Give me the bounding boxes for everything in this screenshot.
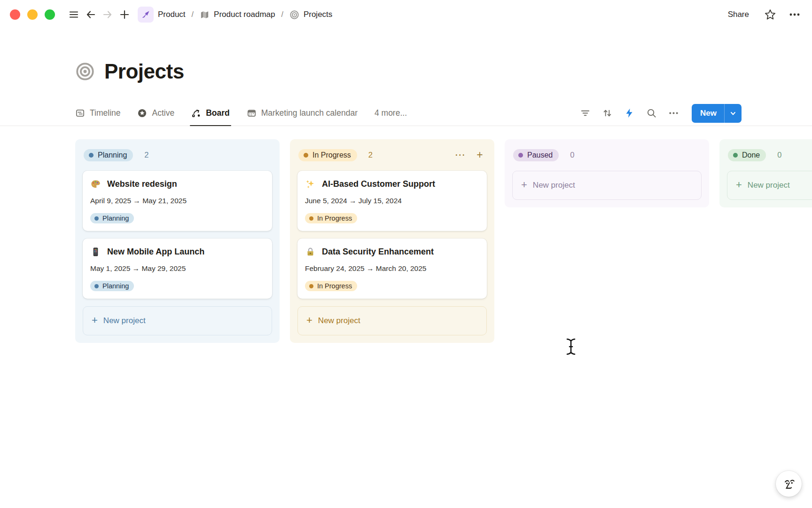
tab-timeline[interactable]: Timeline xyxy=(75,101,120,126)
mobile-phone-icon xyxy=(90,246,101,257)
sparkles-icon xyxy=(305,179,316,190)
breadcrumb-label: Product roadmap xyxy=(214,10,275,19)
project-card-new-mobile-app-launch[interactable]: New Mobile App Launch May 1, 2025 → May … xyxy=(83,238,272,299)
tag-label: In Progress xyxy=(317,214,352,222)
traffic-lights xyxy=(10,9,55,20)
new-project-button[interactable]: + New project xyxy=(512,171,702,200)
status-dot xyxy=(309,216,313,221)
breadcrumb-item-projects[interactable]: Projects xyxy=(288,8,334,21)
status-dot xyxy=(94,216,99,221)
tag-label: Planning xyxy=(102,214,129,222)
map-icon xyxy=(200,10,210,20)
tag-label: In Progress xyxy=(317,282,352,290)
dart-icon xyxy=(138,7,154,23)
chevron-down-icon[interactable] xyxy=(725,110,742,117)
new-project-label: New project xyxy=(748,181,790,190)
tab-more-views[interactable]: 4 more... xyxy=(375,101,407,126)
breadcrumb-item-product-roadmap[interactable]: Product roadmap xyxy=(198,8,277,21)
status-dot xyxy=(518,153,523,158)
column-name: Planning xyxy=(98,151,127,159)
status-dot xyxy=(304,153,308,158)
search-icon[interactable] xyxy=(645,107,657,119)
new-project-button[interactable]: + New project xyxy=(83,306,272,335)
card-status-tag: Planning xyxy=(90,213,134,223)
status-dot xyxy=(94,284,99,288)
share-button[interactable]: Share xyxy=(725,8,752,21)
board-column-in-progress: In Progress 2 ⋯ + AI-Based Customer Supp… xyxy=(290,139,494,343)
card-title: Data Security Enhancement xyxy=(322,247,434,257)
new-project-label: New project xyxy=(318,316,360,325)
card-date-range: May 1, 2025 → May 29, 2025 xyxy=(90,264,265,273)
tag-label: Planning xyxy=(102,282,129,290)
new-button[interactable]: New xyxy=(692,104,742,123)
forward-icon[interactable] xyxy=(99,6,116,23)
plus-icon: + xyxy=(306,315,312,325)
column-status-pill[interactable]: Done xyxy=(728,149,766,161)
breadcrumb-item-product[interactable]: Product xyxy=(136,5,187,24)
column-status-pill[interactable]: Planning xyxy=(84,149,133,161)
automations-lightning-icon[interactable] xyxy=(623,107,635,119)
more-options-icon[interactable] xyxy=(789,8,801,21)
project-card-data-security-enhancement[interactable]: Data Security Enhancement February 24, 2… xyxy=(297,238,487,299)
column-more-icon[interactable]: ⋯ xyxy=(454,149,466,161)
favorite-star-icon[interactable] xyxy=(764,8,776,21)
back-icon[interactable] xyxy=(82,6,99,23)
new-page-icon[interactable] xyxy=(116,6,133,23)
lock-icon xyxy=(305,246,316,257)
column-add-icon[interactable]: + xyxy=(474,149,486,161)
tab-label: Active xyxy=(152,108,174,118)
view-options-icon[interactable] xyxy=(667,107,679,119)
board-column-paused: Paused 0 + New project xyxy=(505,139,709,207)
card-status-tag: In Progress xyxy=(305,281,357,291)
tab-board[interactable]: Board xyxy=(191,101,230,126)
breadcrumb-separator: / xyxy=(192,10,194,19)
star-circle-icon xyxy=(137,108,147,118)
calendar-icon xyxy=(247,108,257,118)
project-card-website-redesign[interactable]: Website redesign April 9, 2025 → May 21,… xyxy=(83,171,272,231)
column-name: Paused xyxy=(527,151,553,159)
column-name: Done xyxy=(742,151,760,159)
breadcrumb: Product / Product roadmap / Projects xyxy=(136,5,334,24)
column-status-pill[interactable]: Paused xyxy=(513,149,559,161)
filter-icon[interactable] xyxy=(579,107,591,119)
project-card-ai-based-customer-support[interactable]: AI-Based Customer Support June 5, 2024 →… xyxy=(297,171,487,231)
tab-label: Timeline xyxy=(90,108,120,118)
palette-icon xyxy=(90,179,101,190)
page-target-icon xyxy=(75,62,95,81)
status-dot xyxy=(733,153,738,158)
card-date-range: April 9, 2025 → May 21, 2025 xyxy=(90,197,265,205)
plus-icon: + xyxy=(736,180,742,190)
sidebar-toggle-icon[interactable] xyxy=(65,6,82,23)
new-project-button[interactable]: + New project xyxy=(297,306,487,335)
card-title: New Mobile App Launch xyxy=(107,247,204,257)
page-title: Projects xyxy=(104,60,184,83)
column-count: 2 xyxy=(144,151,148,159)
column-count: 0 xyxy=(777,151,781,159)
board-column-done: Done 0 + New project xyxy=(719,139,812,207)
tab-label: Marketing launch calendar xyxy=(261,108,358,118)
sort-icon[interactable] xyxy=(601,107,613,119)
tab-label: Board xyxy=(206,108,230,118)
target-icon xyxy=(289,10,299,20)
minimize-window-button[interactable] xyxy=(27,9,38,20)
new-project-label: New project xyxy=(103,316,146,325)
column-count: 0 xyxy=(570,151,574,159)
notion-ai-button[interactable] xyxy=(776,471,802,497)
column-status-pill[interactable]: In Progress xyxy=(298,149,357,161)
status-dot xyxy=(309,284,313,288)
tab-marketing-launch-calendar[interactable]: Marketing launch calendar xyxy=(247,101,358,126)
new-project-label: New project xyxy=(533,181,575,190)
zoom-window-button[interactable] xyxy=(45,9,55,20)
close-window-button[interactable] xyxy=(10,9,20,20)
breadcrumb-separator: / xyxy=(281,10,283,19)
new-project-button[interactable]: + New project xyxy=(727,171,812,200)
kanban-board: Planning 2 Website redesign April 9, 202… xyxy=(0,139,812,508)
card-status-tag: In Progress xyxy=(305,213,357,223)
column-name: In Progress xyxy=(312,151,351,159)
card-date-range: February 24, 2025 → March 20, 2025 xyxy=(305,264,479,273)
window-titlebar: Product / Product roadmap / Projects Sha… xyxy=(0,0,812,29)
breadcrumb-label: Projects xyxy=(304,10,332,19)
tab-active[interactable]: Active xyxy=(137,101,174,126)
new-button-label[interactable]: New xyxy=(692,109,724,118)
view-tabs-row: Timeline Active Board Marketing launch c… xyxy=(0,101,812,126)
